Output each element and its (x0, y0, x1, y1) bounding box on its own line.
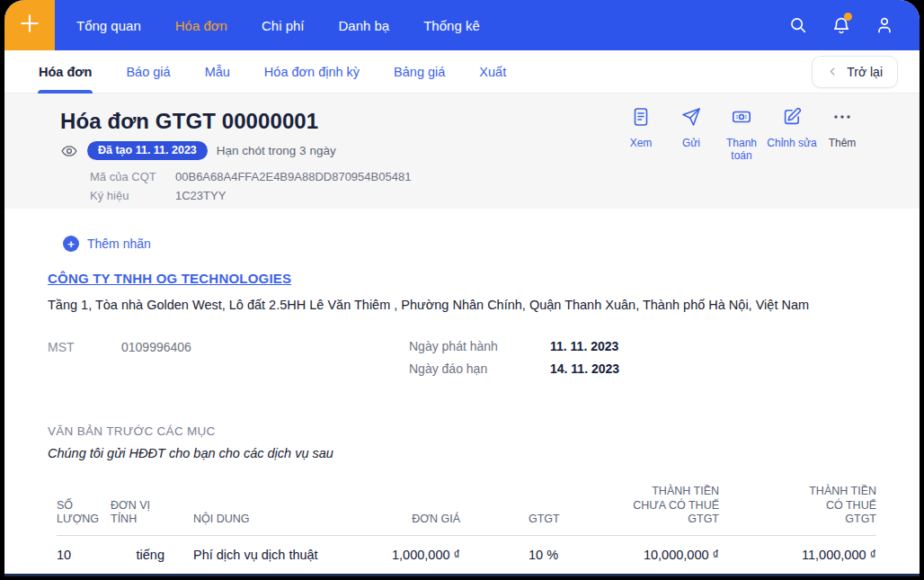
chevron-left-icon (827, 66, 839, 77)
tax-value: 0109996406 (121, 340, 191, 354)
tabs: Hóa đơn Báo giá Mẫu Hóa đơn định kỳ Bảng… (39, 50, 506, 94)
document-icon (630, 106, 652, 131)
invoice-dates: Ngày phát hành 11. 11. 2023 Ngày đáo hạn… (409, 339, 619, 376)
nav-item-tong-quan[interactable]: Tổng quan (76, 18, 141, 33)
tax-label: MST (48, 340, 121, 354)
meta-label: Ký hiệu (90, 189, 175, 202)
pre-items-label: VĂN BẢN TRƯỚC CÁC MỤC (48, 424, 876, 438)
invoice-meta: Mã của CQT 00B6A68A4FFA2E4B9A88DD870954B… (90, 170, 920, 202)
nav-item-danh-ba[interactable]: Danh bạ (338, 18, 389, 33)
bell-icon[interactable] (831, 15, 851, 35)
app-window: Tổng quan Hóa đơn Chi phí Danh bạ Thống … (4, 0, 920, 576)
send-button[interactable]: Gửi (666, 106, 716, 163)
table-header-row: SỐ LƯỢNG ĐƠN VỊ TÍNH NỘI DUNG ĐƠN GIÁ GT… (57, 485, 876, 536)
tab-mau[interactable]: Mẫu (205, 50, 230, 94)
company-address: Tầng 1, Tòa nhà Golden West, Lô đất 2.5H… (48, 298, 876, 312)
tab-hoa-don[interactable]: Hóa đơn (39, 50, 92, 94)
tab-xuat[interactable]: Xuất (479, 50, 506, 94)
edit-icon (781, 106, 803, 131)
tab-bang-gia[interactable]: Bảng giá (394, 50, 445, 94)
send-icon (680, 106, 702, 131)
line-items-table: SỐ LƯỢNG ĐƠN VỊ TÍNH NỘI DUNG ĐƠN GIÁ GT… (57, 485, 876, 576)
search-icon[interactable] (788, 15, 808, 35)
top-navbar: Tổng quan Hóa đơn Chi phí Danh bạ Thống … (4, 0, 920, 50)
invoice-header: Hóa đơn GTGT 00000001 Đã tạo 11. 11. 202… (4, 94, 920, 209)
create-new-button[interactable] (4, 0, 55, 50)
nav-item-thong-ke[interactable]: Thống kê (423, 18, 480, 33)
window-bottom-edge (4, 574, 920, 576)
edit-button[interactable]: Chỉnh sửa (767, 106, 817, 163)
plus-circle-icon: + (63, 236, 79, 252)
more-button[interactable]: Thêm (817, 106, 867, 163)
back-button[interactable]: Trở lại (812, 56, 898, 88)
eye-icon[interactable] (60, 142, 78, 160)
tab-hoa-don-dinh-ky[interactable]: Hóa đơn định kỳ (264, 50, 360, 94)
invoice-actions: Xem Gửi Thanh toán Chỉnh sửa (616, 106, 867, 163)
deadline-text: Hạn chót trong 3 ngày (217, 144, 336, 157)
invoice-body: + Thêm nhãn CÔNG TY TNHH OG TECHNOLOGIES… (4, 209, 920, 576)
nav-item-chi-phi[interactable]: Chi phí (262, 18, 305, 33)
meta-value: 00B6A68A4FFA2E4B9A88DD870954B05481 (175, 170, 920, 183)
info-row: MST 0109996406 Ngày phát hành 11. 11. 20… (48, 340, 876, 385)
notification-dot (844, 13, 852, 21)
meta-value: 1C23TYY (175, 189, 920, 202)
company-link[interactable]: CÔNG TY TNHH OG TECHNOLOGIES (48, 271, 291, 286)
invoice-tabbar: Hóa đơn Báo giá Mẫu Hóa đơn định kỳ Bảng… (4, 50, 920, 94)
meta-label: Mã của CQT (90, 170, 175, 183)
nav-item-hoa-don[interactable]: Hóa đơn (175, 18, 227, 33)
main-nav: Tổng quan Hóa đơn Chi phí Danh bạ Thống … (76, 18, 480, 33)
add-tag-button[interactable]: + Thêm nhãn (63, 236, 151, 252)
pre-items-text: Chúng tôi gửi HĐĐT cho bạn cho các dịch … (48, 446, 876, 460)
banknote-icon (731, 106, 752, 131)
view-button[interactable]: Xem (616, 106, 666, 163)
plus-icon (18, 12, 41, 39)
tab-bao-gia[interactable]: Báo giá (126, 50, 170, 94)
table-row[interactable]: 10 tiếng Phí dịch vụ dịch thuật 1,000,00… (57, 536, 876, 575)
navbar-icons (788, 15, 894, 35)
ellipsis-icon (831, 106, 853, 131)
user-icon[interactable] (875, 15, 894, 35)
payment-button[interactable]: Thanh toán (716, 106, 767, 163)
status-badge: Đã tạo 11. 11. 2023 (87, 141, 208, 160)
back-button-label: Trở lại (847, 65, 883, 79)
